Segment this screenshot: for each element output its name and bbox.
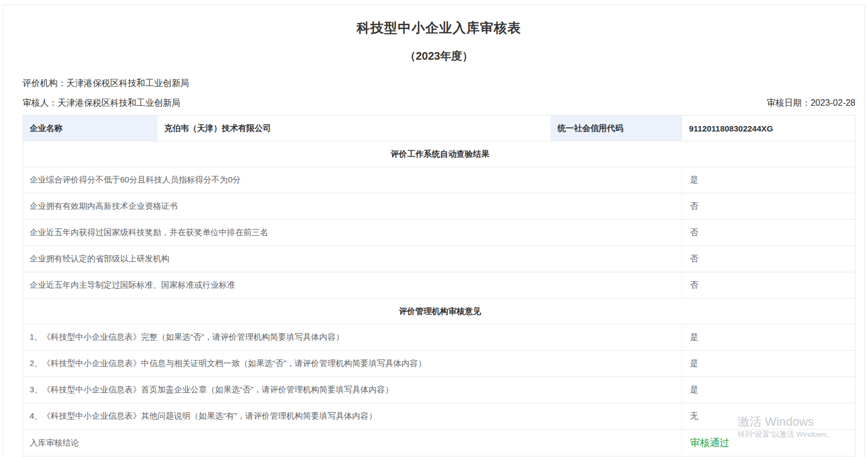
conclusion-status-badge: 审核通过 <box>690 436 729 449</box>
question-text: 企业拥有经认定的省部级以上研发机构 <box>23 246 682 272</box>
evaluator-value: 天津港保税区科技和工业创新局 <box>66 78 189 88</box>
page-content: 科技型中小企业入库审核表 （2023年度） 评价机构：天津港保税区科技和工业创新… <box>3 19 864 456</box>
page-title: 科技型中小企业入库审核表 <box>22 19 855 37</box>
audit-date-label: 审核日期： <box>767 98 810 107</box>
auditor-value: 天津港保税区科技和工业创新局 <box>58 98 180 107</box>
answer-value: 否 <box>682 246 855 272</box>
evaluator-line: 评价机构：天津港保税区科技和工业创新局 <box>22 76 855 91</box>
table-row: 企业拥有有效期内高新技术企业资格证书 否 <box>23 193 855 220</box>
section-header-review-opinion-title: 评价管理机构审核意见 <box>23 299 855 324</box>
page-subtitle: （2023年度） <box>22 49 855 64</box>
table-row: 企业近五年内主导制定过国际标准、国家标准或行业标准 否 <box>23 272 855 299</box>
company-name-label: 企业名称 <box>23 116 157 141</box>
question-text: 2、《科技型中小企业信息表》中信息与相关证明文档一致（如果选“否”，请评价管理机… <box>23 351 682 376</box>
auditor-line: 审核人：天津港保税区科技和工业创新局 审核日期：2023-02-28 <box>22 95 855 111</box>
audit-date-value: 2023-02-28 <box>810 98 855 107</box>
table-row: 4、《科技型中小企业信息表》其他问题说明（如果选“有”，请评价管理机构简要填写具… <box>23 403 855 430</box>
question-text: 1、《科技型中小企业信息表》完整（如果选“否”，请评价管理机构简要填写具体内容） <box>23 324 682 350</box>
table-row: 企业近五年内获得过国家级科技奖励，并在获奖单位中排在前三名 否 <box>23 220 855 246</box>
answer-value: 是 <box>682 324 855 350</box>
section-header-auto-check: 评价工作系统自动查验结果 <box>23 141 855 167</box>
table-row: 企业拥有经认定的省部级以上研发机构 否 <box>23 246 855 272</box>
answer-value: 无 <box>682 403 855 429</box>
section-header-review-opinion: 评价管理机构审核意见 <box>23 299 855 324</box>
answer-value: 是 <box>682 377 855 403</box>
answer-value: 是 <box>682 351 855 376</box>
question-text: 企业综合评价得分不低于60分且科技人员指标得分不为0分 <box>23 167 682 193</box>
question-text: 4、《科技型中小企业信息表》其他问题说明（如果选“有”，请评价管理机构简要填写具… <box>23 403 682 429</box>
conclusion-row: 入库审核结论 审核通过 <box>23 430 855 456</box>
question-text: 企业近五年内获得过国家级科技奖励，并在获奖单位中排在前三名 <box>23 220 682 245</box>
conclusion-label: 入库审核结论 <box>23 430 682 456</box>
answer-value: 是 <box>682 167 855 193</box>
evaluator-label: 评价机构： <box>22 78 66 88</box>
credit-code-label: 统一社会信用代码 <box>551 116 682 141</box>
company-info-row: 企业名称 克伯韦（天津）技术有限公司 统一社会信用代码 911201180830… <box>23 116 855 141</box>
credit-code-value: 9112011808302244XG <box>682 116 855 141</box>
page-card: 科技型中小企业入库审核表 （2023年度） 评价机构：天津港保税区科技和工业创新… <box>3 4 865 457</box>
company-name-value: 克伯韦（天津）技术有限公司 <box>157 116 551 141</box>
answer-value: 否 <box>682 272 855 298</box>
audit-table: 企业名称 克伯韦（天津）技术有限公司 统一社会信用代码 911201180830… <box>22 115 855 456</box>
table-row: 2、《科技型中小企业信息表》中信息与相关证明文档一致（如果选“否”，请评价管理机… <box>23 351 855 377</box>
table-row: 3、《科技型中小企业信息表》首页加盖企业公章（如果选“否”，请评价管理机构简要填… <box>23 377 855 403</box>
question-text: 企业拥有有效期内高新技术企业资格证书 <box>23 193 682 219</box>
table-row: 企业综合评价得分不低于60分且科技人员指标得分不为0分 是 <box>23 167 855 193</box>
audit-date: 审核日期：2023-02-28 <box>767 95 855 111</box>
question-text: 企业近五年内主导制定过国际标准、国家标准或行业标准 <box>23 272 682 298</box>
section-header-auto-check-title: 评价工作系统自动查验结果 <box>23 141 855 167</box>
table-row: 1、《科技型中小企业信息表》完整（如果选“否”，请评价管理机构简要填写具体内容）… <box>23 324 855 351</box>
meta-block: 评价机构：天津港保税区科技和工业创新局 审核人：天津港保税区科技和工业创新局 审… <box>22 76 855 111</box>
answer-value: 否 <box>682 220 855 245</box>
auditor-label: 审核人： <box>22 98 58 107</box>
answer-value: 否 <box>682 193 855 219</box>
question-text: 3、《科技型中小企业信息表》首页加盖企业公章（如果选“否”，请评价管理机构简要填… <box>23 377 682 403</box>
